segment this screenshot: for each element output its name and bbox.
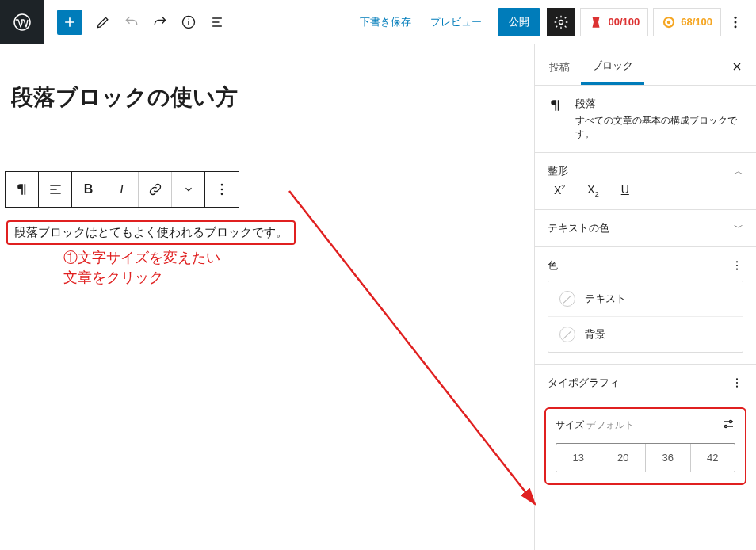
chevron-down-icon: ﹀ [734, 221, 743, 235]
subscript-button[interactable]: X2 [587, 183, 598, 198]
svg-point-14 [736, 268, 738, 269]
publish-button[interactable]: 公開 [498, 8, 540, 36]
wordpress-logo[interactable] [0, 0, 44, 44]
superscript-button[interactable]: X2 [554, 183, 565, 198]
svg-line-11 [289, 191, 535, 504]
block-desc-text: すべての文章の基本の構成ブロックです。 [575, 115, 737, 139]
redo-button[interactable] [146, 8, 174, 36]
chevron-down-icon [183, 184, 194, 195]
seo-score-readability[interactable]: 00/100 [580, 8, 648, 36]
typography-size-panel: サイズ デフォルト 13 20 36 42 [544, 407, 746, 485]
align-button[interactable] [39, 172, 72, 207]
info-icon [181, 14, 197, 30]
svg-point-7 [735, 25, 737, 28]
align-icon [48, 181, 63, 197]
color-card: テキスト 背景 [548, 281, 743, 353]
size-label: サイズ [556, 419, 584, 430]
color-text-option[interactable]: テキスト [548, 281, 743, 316]
post-title-input[interactable] [10, 84, 525, 111]
undo-button[interactable] [117, 8, 146, 36]
settings-button[interactable] [547, 8, 575, 36]
section-format[interactable]: 整形 ︿ X2 X2 U [535, 153, 756, 210]
topbar-right-tools: 下書き保存 プレビュー 公開 00/100 68/100 [350, 8, 756, 36]
editor-main: B I 段落ブロックはとてもよく使われるブロックです。 ①文字サイズを変えたい … [0, 44, 756, 550]
edit-mode-button[interactable] [89, 8, 117, 36]
svg-point-2 [559, 20, 563, 24]
svg-point-4 [667, 20, 671, 24]
svg-point-10 [221, 193, 223, 196]
editor-topbar: 下書き保存 プレビュー 公開 00/100 68/100 [0, 0, 756, 44]
svg-point-17 [736, 385, 738, 387]
more-options-button[interactable] [721, 8, 750, 36]
topbar-left-tools [44, 8, 231, 36]
paragraph-icon [14, 181, 30, 197]
seo-badge-icon [589, 15, 603, 29]
annotation-1: ①文字サイズを変えたい 文章をクリック [63, 248, 220, 288]
more-rich-text-button[interactable] [172, 172, 205, 207]
section-typography-header: タイポグラフィ [535, 365, 756, 401]
redo-icon [152, 14, 168, 30]
section-textcolor-label: テキストの色 [548, 221, 609, 235]
size-settings-button[interactable] [721, 417, 735, 434]
color-options-button[interactable] [731, 259, 743, 272]
preview-button[interactable]: プレビュー [421, 8, 491, 36]
annotation-arrow [285, 187, 555, 520]
sliders-icon [721, 417, 735, 431]
settings-sidebar: 投稿 ブロック 段落 すべての文章の基本の構成ブロックです。 整形 ︿ X2 X… [534, 44, 756, 550]
list-icon [209, 14, 225, 30]
bold-icon: B [84, 182, 94, 197]
block-name: 段落 [575, 97, 744, 111]
size-option-20[interactable]: 20 [601, 444, 646, 472]
seo-score-analysis[interactable]: 68/100 [653, 8, 721, 36]
seo-score-2-value: 68/100 [681, 16, 712, 28]
svg-point-18 [730, 420, 732, 422]
block-more-button[interactable] [205, 172, 239, 207]
link-icon [147, 181, 163, 197]
size-option-42[interactable]: 42 [690, 444, 735, 472]
swatch-none-icon [559, 327, 575, 342]
svg-point-15 [736, 378, 738, 380]
svg-point-8 [221, 184, 223, 186]
size-default: デフォルト [586, 419, 634, 430]
block-description: 段落 すべての文章の基本の構成ブロックです。 [535, 86, 756, 153]
info-button[interactable] [174, 8, 203, 36]
save-draft-button[interactable]: 下書き保存 [350, 8, 421, 36]
section-format-label: 整形 [548, 164, 568, 178]
editor-canvas[interactable]: B I 段落ブロックはとてもよく使われるブロックです。 ①文字サイズを変えたい … [0, 44, 534, 550]
outline-button[interactable] [203, 8, 231, 36]
underline-button[interactable]: U [621, 183, 629, 198]
svg-point-16 [736, 382, 738, 384]
tab-post[interactable]: 投稿 [538, 52, 581, 84]
add-block-button[interactable] [57, 10, 82, 35]
size-option-13[interactable]: 13 [556, 444, 601, 472]
section-color: 色 テキスト 背景 [535, 247, 756, 365]
kebab-icon [214, 181, 230, 197]
wordpress-icon [13, 13, 32, 32]
section-text-color[interactable]: テキストの色 ﹀ [535, 210, 756, 247]
block-toolbar: B I [5, 171, 239, 208]
close-icon [731, 60, 743, 73]
block-type-button[interactable] [6, 172, 39, 207]
gear-icon [553, 14, 569, 30]
chevron-up-icon: ︿ [734, 165, 743, 178]
seo-score-1-value: 00/100 [608, 16, 640, 28]
sidebar-close-button[interactable] [721, 54, 753, 82]
italic-button[interactable]: I [105, 172, 139, 207]
undo-icon [124, 14, 139, 30]
pencil-icon [95, 14, 111, 30]
plus-icon [62, 14, 78, 30]
section-typo-label: タイポグラフィ [548, 376, 620, 390]
tab-block[interactable]: ブロック [581, 51, 644, 85]
bold-button[interactable]: B [72, 172, 105, 207]
kebab-icon [731, 259, 743, 272]
size-option-36[interactable]: 36 [645, 444, 690, 472]
paragraph-icon [548, 97, 564, 114]
svg-point-19 [725, 425, 727, 427]
svg-point-9 [221, 189, 223, 191]
paragraph-block[interactable]: 段落ブロックはとてもよく使われるブロックです。 [6, 220, 296, 245]
kebab-icon [727, 14, 743, 30]
sidebar-tabs: 投稿 ブロック [535, 44, 756, 86]
link-button[interactable] [139, 172, 172, 207]
typo-options-button[interactable] [731, 376, 743, 389]
color-bg-option[interactable]: 背景 [548, 316, 743, 352]
